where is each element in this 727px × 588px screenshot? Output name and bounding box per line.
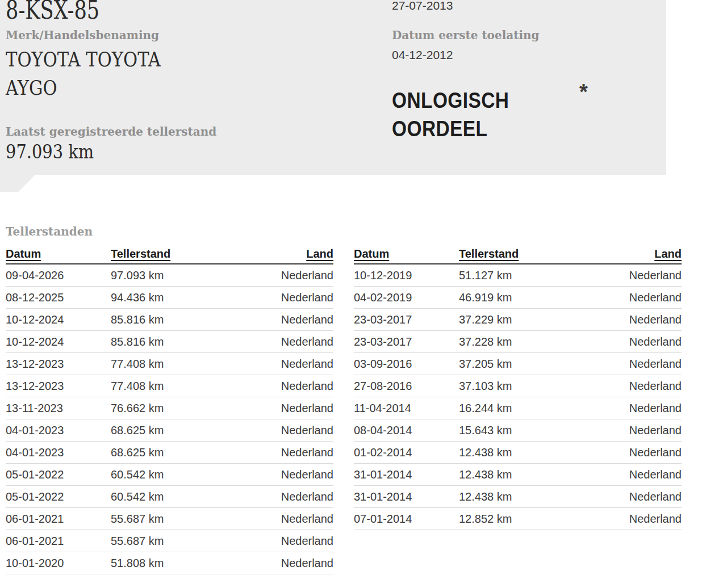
cell-datum: 10-12-2024: [6, 309, 111, 331]
cell-datum: 05-01-2022: [6, 486, 111, 508]
cell-land: Nederland: [237, 486, 333, 508]
cell-tellerstand: 37.205 km: [459, 353, 585, 375]
cell-tellerstand: 37.103 km: [459, 375, 585, 397]
cell-datum: 08-12-2025: [6, 287, 111, 309]
cell-datum: 07-01-2014: [354, 508, 459, 530]
cell-land: Nederland: [585, 486, 682, 508]
cell-datum: 06-01-2021: [6, 530, 111, 552]
odometer-tables: Datum Tellerstand Land 09-04-2026 97.093…: [6, 247, 682, 574]
cell-datum: 10-01-2020: [6, 552, 111, 574]
cell-tellerstand: 76.662 km: [111, 397, 237, 419]
cell-land: Nederland: [237, 331, 333, 353]
cell-land: Nederland: [237, 464, 333, 486]
cell-datum: 13-11-2023: [6, 397, 111, 419]
license-plate: 8-KSX-85: [6, 0, 99, 24]
vehicle-summary-panel: 8-KSX-85 Merk/Handelsbenaming TOYOTA TOY…: [0, 0, 666, 175]
table-row: 31-01-2014 12.438 km Nederland: [354, 464, 682, 486]
cell-land: Nederland: [585, 287, 682, 309]
cell-datum: 01-02-2014: [354, 442, 459, 464]
cell-tellerstand: 46.919 km: [459, 287, 585, 309]
odometer-table-left: Datum Tellerstand Land 09-04-2026 97.093…: [6, 247, 333, 574]
cell-datum: 05-01-2022: [6, 464, 111, 486]
cell-tellerstand: 55.687 km: [111, 530, 237, 552]
cell-land: Nederland: [585, 508, 682, 530]
cell-tellerstand: 37.229 km: [459, 309, 585, 331]
table-row: 11-04-2014 16.244 km Nederland: [354, 397, 682, 419]
cell-land: Nederland: [585, 419, 682, 442]
cell-tellerstand: 85.816 km: [111, 331, 237, 353]
table-row: 08-12-2025 94.436 km Nederland: [6, 287, 333, 309]
cell-datum: 03-09-2016: [354, 353, 459, 375]
cell-tellerstand: 68.625 km: [111, 419, 237, 442]
table-row: 13-12-2023 77.408 km Nederland: [6, 375, 333, 397]
cell-datum: 04-02-2019: [354, 287, 459, 309]
cell-datum: 06-01-2021: [6, 508, 111, 530]
table-body: 10-12-2019 51.127 km Nederland 04-02-201…: [354, 264, 682, 530]
cell-land: Nederland: [585, 331, 682, 353]
column-header-tellerstand: Tellerstand: [111, 247, 237, 264]
cell-tellerstand: 60.542 km: [111, 486, 237, 508]
cell-tellerstand: 12.438 km: [459, 486, 585, 508]
panel-pointer-notch: [0, 175, 35, 192]
top-right-date: 27-07-2013: [392, 0, 453, 12]
last-odometer-value: 97.093 km: [6, 140, 94, 163]
cell-land: Nederland: [585, 442, 682, 464]
table-header: Datum Tellerstand Land: [354, 247, 682, 264]
cell-tellerstand: 51.127 km: [459, 264, 585, 287]
cell-land: Nederland: [585, 375, 682, 397]
table-row: 06-01-2021 55.687 km Nederland: [6, 508, 333, 530]
brand-label: Merk/Handelsbenaming: [6, 28, 159, 42]
cell-datum: 04-01-2023: [6, 442, 111, 464]
cell-tellerstand: 12.852 km: [459, 508, 585, 530]
header-row: Datum Tellerstand Land: [6, 247, 333, 264]
table-row: 13-11-2023 76.662 km Nederland: [6, 397, 333, 419]
verdict-text: ONLOGISCH OORDEEL: [392, 86, 547, 143]
cell-datum: 10-12-2019: [354, 264, 459, 287]
column-header-land: Land: [585, 247, 682, 264]
table-row: 04-02-2019 46.919 km Nederland: [354, 287, 682, 309]
cell-datum: 04-01-2023: [6, 419, 111, 442]
cell-tellerstand: 15.643 km: [459, 419, 585, 442]
table-row: 10-12-2024 85.816 km Nederland: [6, 309, 333, 331]
table-row: 03-09-2016 37.205 km Nederland: [354, 353, 682, 375]
cell-datum: 11-04-2014: [354, 397, 459, 419]
table-row: 10-12-2024 85.816 km Nederland: [6, 331, 333, 353]
cell-land: Nederland: [585, 353, 682, 375]
asterisk-footnote-marker: *: [579, 81, 588, 103]
table-row: 31-01-2014 12.438 km Nederland: [354, 486, 682, 508]
cell-land: Nederland: [237, 309, 333, 331]
table-header: Datum Tellerstand Land: [6, 247, 333, 264]
table-row: 04-01-2023 68.625 km Nederland: [6, 419, 333, 442]
table-row: 04-01-2023 68.625 km Nederland: [6, 442, 333, 464]
table-row: 10-12-2019 51.127 km Nederland: [354, 264, 682, 287]
first-admission-value: 04-12-2012: [392, 48, 453, 62]
cell-tellerstand: 94.436 km: [111, 287, 237, 309]
cell-datum: 08-04-2014: [354, 419, 459, 442]
table-row: 27-08-2016 37.103 km Nederland: [354, 375, 682, 397]
column-header-land: Land: [237, 247, 333, 264]
table-row: 01-02-2014 12.438 km Nederland: [354, 442, 682, 464]
cell-datum: 13-12-2023: [6, 353, 111, 375]
cell-tellerstand: 60.542 km: [111, 464, 237, 486]
cell-land: Nederland: [237, 442, 333, 464]
cell-datum: 23-03-2017: [354, 309, 459, 331]
cell-tellerstand: 51.808 km: [111, 552, 237, 574]
cell-datum: 13-12-2023: [6, 375, 111, 397]
brand-value: TOYOTA TOYOTA AYGO: [6, 45, 208, 102]
cell-land: Nederland: [585, 397, 682, 419]
first-admission-label: Datum eerste toelating: [392, 28, 540, 42]
table-row: 07-01-2014 12.852 km Nederland: [354, 508, 682, 530]
table-row: 13-12-2023 77.408 km Nederland: [6, 353, 333, 375]
table-row: 23-03-2017 37.228 km Nederland: [354, 331, 682, 353]
cell-tellerstand: 77.408 km: [111, 375, 237, 397]
cell-tellerstand: 12.438 km: [459, 464, 585, 486]
column-header-datum: Datum: [6, 247, 111, 264]
cell-land: Nederland: [585, 309, 682, 331]
section-title-tellerstanden: Tellerstanden: [6, 225, 93, 238]
table-row: 23-03-2017 37.229 km Nederland: [354, 309, 682, 331]
table-row: 06-01-2021 55.687 km Nederland: [6, 530, 333, 552]
cell-tellerstand: 16.244 km: [459, 397, 585, 419]
table-row: 08-04-2014 15.643 km Nederland: [354, 419, 682, 442]
column-header-tellerstand: Tellerstand: [459, 247, 585, 264]
table-row: 09-04-2026 97.093 km Nederland: [6, 264, 333, 287]
